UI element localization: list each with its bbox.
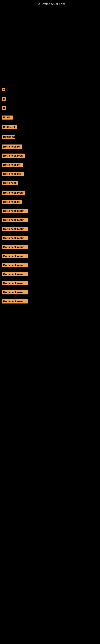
result-row-15: Bottleneck result bbox=[1, 216, 99, 224]
bottleneck-label-1: B bbox=[1, 88, 5, 91]
result-row-4: Bottle bbox=[1, 114, 99, 122]
bottleneck-label-14: Bottleneck result bbox=[1, 209, 28, 213]
bottleneck-label-13: Bottleneck re bbox=[1, 200, 22, 204]
bottleneck-label-20: Bottleneck result bbox=[1, 263, 28, 267]
bottleneck-label-5: Bottleneck bbox=[1, 125, 17, 129]
result-row-2: B bbox=[1, 96, 99, 103]
bottleneck-label-15: Bottleneck result bbox=[1, 218, 28, 222]
bottleneck-label-12: Bottleneck result bbox=[1, 190, 25, 195]
top-spacer bbox=[0, 8, 100, 78]
bottleneck-label-16: Bottleneck result bbox=[1, 227, 28, 231]
result-row-13: Bottleneck re bbox=[1, 198, 99, 206]
result-row-10: Bottleneck res bbox=[1, 170, 99, 178]
bottleneck-label-4: Bottle bbox=[1, 116, 13, 120]
bottleneck-label-6: Bottleneck bbox=[1, 135, 15, 139]
bottleneck-label-24: Bottleneck result bbox=[1, 299, 28, 304]
bottleneck-label-7: Bottleneck re bbox=[1, 144, 22, 149]
bottleneck-label-18: Bottleneck result bbox=[1, 245, 28, 249]
result-row-24: Bottleneck result bbox=[1, 298, 99, 305]
result-row-19: Bottleneck result bbox=[1, 252, 99, 260]
bottleneck-label-10: Bottleneck res bbox=[1, 172, 24, 176]
bottleneck-label-8: Bottleneck resu bbox=[1, 154, 25, 158]
bottleneck-label-17: Bottleneck result bbox=[1, 236, 28, 240]
result-row-22: Bottleneck result bbox=[1, 280, 99, 287]
result-row-9: Bottleneck re bbox=[1, 161, 99, 168]
result-row-6: Bottleneck bbox=[1, 133, 99, 141]
result-row-8: Bottleneck resu bbox=[1, 152, 99, 160]
result-row-16: Bottleneck result bbox=[1, 225, 99, 233]
bottleneck-label-11: Bottleneck bbox=[1, 181, 18, 185]
result-row-11: Bottleneck bbox=[1, 179, 99, 187]
result-row-14: Bottleneck result bbox=[1, 207, 99, 214]
bottleneck-label-22: Bottleneck result bbox=[1, 281, 28, 285]
result-row-20: Bottleneck result bbox=[1, 262, 99, 269]
result-row-21: Bottleneck result bbox=[1, 270, 99, 278]
result-row-7: Bottleneck re bbox=[1, 143, 99, 150]
result-row-12: Bottleneck result bbox=[1, 189, 99, 196]
bottleneck-label-2: B bbox=[1, 97, 6, 100]
bottleneck-label-19: Bottleneck result bbox=[1, 254, 28, 258]
bottleneck-label-23: Bottleneck result bbox=[1, 290, 28, 294]
bottleneck-label-9: Bottleneck re bbox=[1, 162, 23, 167]
bottleneck-label-3: B bbox=[1, 106, 6, 110]
result-row-17: Bottleneck result bbox=[1, 234, 99, 242]
result-row-5: Bottleneck bbox=[1, 124, 99, 132]
result-row-1: B bbox=[1, 86, 99, 94]
result-row-18: Bottleneck result bbox=[1, 243, 99, 251]
site-title: TheBottlenecker.com bbox=[0, 0, 100, 8]
result-row-3: B bbox=[1, 105, 99, 112]
cursor-indicator bbox=[1, 80, 2, 84]
bottleneck-label-21: Bottleneck result bbox=[1, 272, 28, 276]
page-wrapper: TheBottlenecker.com B B B Bottle Bottlen… bbox=[0, 0, 100, 305]
main-content: B B B Bottle Bottleneck Bottleneck Bottl… bbox=[0, 80, 100, 305]
result-row-23: Bottleneck result bbox=[1, 288, 99, 296]
